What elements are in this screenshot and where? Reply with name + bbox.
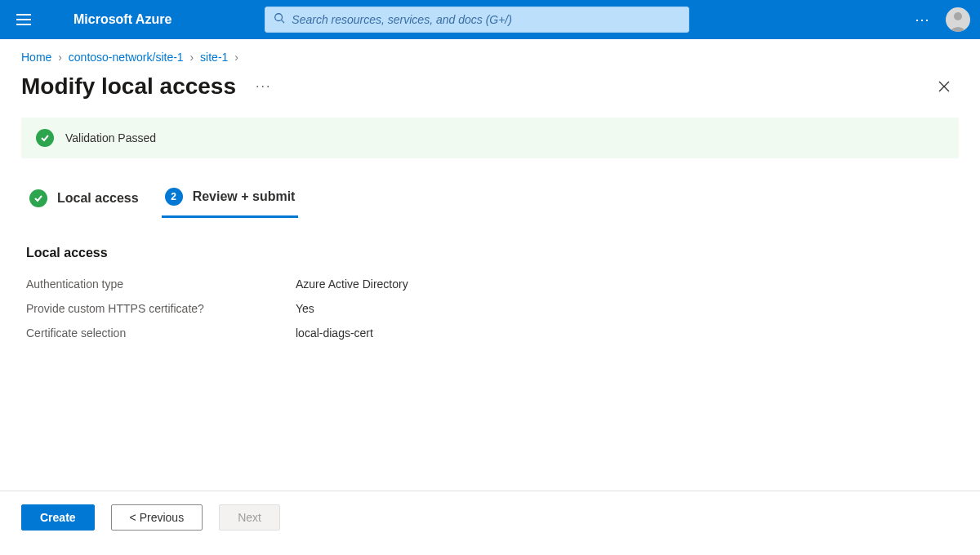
kv-key: Provide custom HTTPS certificate? [26,296,296,321]
title-overflow-icon[interactable]: ··· [256,79,271,94]
step-number-badge: 2 [165,188,183,206]
breadcrumb-link-site[interactable]: site-1 [200,51,228,64]
topbar: Microsoft Azure ⋯ [0,0,980,39]
chevron-right-icon: › [234,51,238,64]
kv-value: local-diags-cert [296,321,373,345]
breadcrumb-link-home[interactable]: Home [21,51,51,64]
check-circle-icon [36,129,54,147]
brand-label[interactable]: Microsoft Azure [74,12,172,27]
chevron-right-icon: › [58,51,62,64]
svg-line-1 [282,20,285,24]
review-section: Local access Authentication type Azure A… [0,218,980,345]
wizard-steps: Local access 2 Review + submit [0,180,980,218]
hamburger-menu-icon[interactable] [10,6,38,33]
section-heading: Local access [26,246,954,260]
previous-button[interactable]: < Previous [111,504,203,531]
step-review-submit[interactable]: 2 Review + submit [162,180,299,218]
close-icon[interactable] [929,72,959,101]
step-label: Local access [57,191,139,206]
wizard-footer: Create < Previous Next [0,491,980,531]
top-overflow-icon[interactable]: ⋯ [915,11,931,29]
search-box[interactable] [265,7,689,33]
svg-point-2 [954,12,962,20]
kv-row: Certificate selection local-diags-cert [26,321,954,345]
page-title: Modify local access [21,73,236,100]
kv-value: Azure Active Directory [296,272,408,296]
breadcrumb-link-network[interactable]: contoso-network/site-1 [69,51,184,64]
search-icon [274,12,285,27]
user-avatar[interactable] [946,7,970,32]
kv-key: Authentication type [26,272,296,296]
validation-text: Validation Passed [65,131,156,144]
svg-point-0 [275,14,283,21]
step-local-access[interactable]: Local access [26,181,142,217]
next-button: Next [219,504,280,531]
kv-value: Yes [296,296,314,321]
check-circle-icon [29,189,47,207]
chevron-right-icon: › [190,51,194,64]
create-button[interactable]: Create [21,504,95,531]
kv-key: Certificate selection [26,321,296,345]
breadcrumb: Home › contoso-network/site-1 › site-1 › [0,39,980,69]
search-input[interactable] [292,13,680,26]
title-row: Modify local access ··· [0,69,980,118]
validation-banner: Validation Passed [21,118,959,158]
step-label: Review + submit [193,189,296,204]
kv-row: Provide custom HTTPS certificate? Yes [26,296,954,321]
kv-row: Authentication type Azure Active Directo… [26,272,954,296]
